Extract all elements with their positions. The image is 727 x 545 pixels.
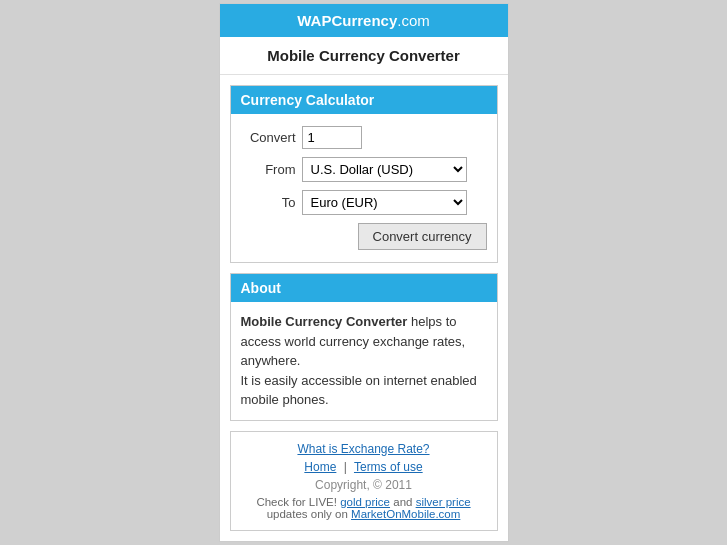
to-currency-select[interactable]: U.S. Dollar (USD) Euro (EUR) British Pou…	[302, 190, 467, 215]
terms-of-use-link[interactable]: Terms of use	[354, 460, 423, 474]
what-is-exchange-rate-link[interactable]: What is Exchange Rate?	[297, 442, 429, 456]
from-currency-select[interactable]: U.S. Dollar (USD) Euro (EUR) British Pou…	[302, 157, 467, 182]
footer-section: What is Exchange Rate? Home | Terms of u…	[230, 431, 498, 531]
footer-links-row2: Home | Terms of use	[241, 460, 487, 474]
brand-suffix: .com	[397, 12, 430, 29]
silver-price-link[interactable]: silver price	[416, 496, 471, 508]
footer-live-text2: and	[393, 496, 412, 508]
about-body: Mobile Currency Converter helps to acces…	[231, 302, 497, 420]
to-row: To U.S. Dollar (USD) Euro (EUR) British …	[241, 190, 487, 215]
convert-btn-row: Convert currency	[241, 223, 487, 250]
about-section-title: About	[231, 274, 497, 302]
page-title: Mobile Currency Converter	[220, 37, 508, 75]
about-section: About Mobile Currency Converter helps to…	[230, 273, 498, 421]
footer-live-text3: updates only on	[267, 508, 348, 520]
calculator-section-title: Currency Calculator	[231, 86, 497, 114]
from-label: From	[241, 162, 296, 177]
main-container: WAPCurrency.com Mobile Currency Converte…	[219, 3, 509, 542]
footer-separator: |	[344, 460, 347, 474]
about-paragraph2: It is easily accessible on internet enab…	[241, 371, 487, 410]
about-bold-text: Mobile Currency Converter	[241, 314, 408, 329]
footer-live-row: Check for LIVE! gold price and silver pr…	[241, 496, 487, 520]
home-link[interactable]: Home	[304, 460, 336, 474]
calculator-body: Convert From U.S. Dollar (USD) Euro (EUR…	[231, 114, 497, 262]
to-label: To	[241, 195, 296, 210]
footer-link1-row: What is Exchange Rate?	[241, 442, 487, 456]
brand-name: WAPCurrency	[297, 12, 397, 29]
convert-row: Convert	[241, 126, 487, 149]
footer-copyright: Copyright, © 2011	[241, 478, 487, 492]
footer-live-text1: Check for LIVE!	[256, 496, 337, 508]
convert-label: Convert	[241, 130, 296, 145]
convert-button[interactable]: Convert currency	[358, 223, 487, 250]
gold-price-link[interactable]: gold price	[340, 496, 390, 508]
convert-input[interactable]	[302, 126, 362, 149]
about-paragraph1: Mobile Currency Converter helps to acces…	[241, 312, 487, 371]
calculator-section: Currency Calculator Convert From U.S. Do…	[230, 85, 498, 263]
header-bar: WAPCurrency.com	[220, 4, 508, 37]
market-on-mobile-link[interactable]: MarketOnMobile.com	[351, 508, 460, 520]
from-row: From U.S. Dollar (USD) Euro (EUR) Britis…	[241, 157, 487, 182]
